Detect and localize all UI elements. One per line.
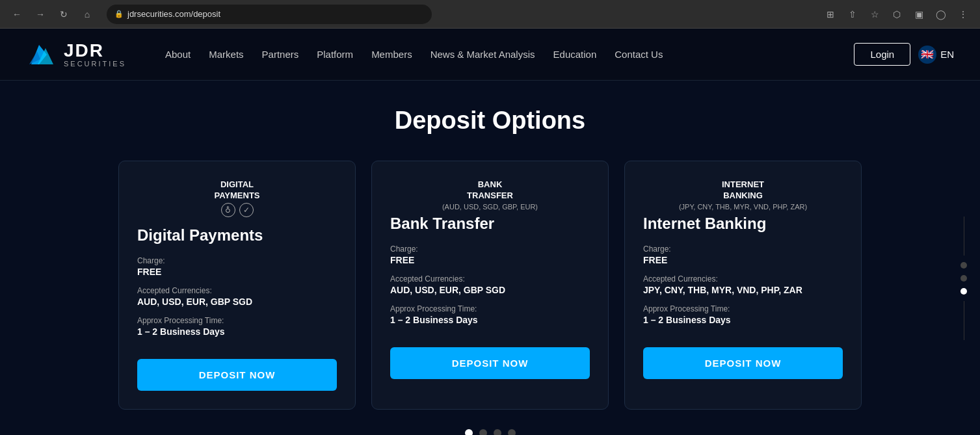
refresh-button[interactable]: ↻ (55, 5, 73, 23)
menu-icon[interactable]: ⋮ (954, 5, 972, 23)
card-digital-icons: ♁ ✓ (137, 203, 337, 217)
pagination-dot-3[interactable] (494, 429, 501, 435)
deposit-now-bank[interactable]: DEPOSIT NOW (390, 347, 590, 379)
translate-icon[interactable]: ⊞ (821, 5, 840, 23)
nav-markets[interactable]: Markets (209, 49, 243, 60)
nav-members[interactable]: Members (371, 49, 412, 60)
browser-chrome: ← → ↻ ⌂ 🔒 jdrsecurities.com/deposit ⊞ ⇧ … (0, 0, 980, 29)
bookmark-icon[interactable]: ☆ (866, 5, 884, 23)
card-internet-currencies-label: Accepted Currencies: (643, 274, 843, 283)
card-internet-currencies-value: JPY, CNY, THB, MYR, VND, PHP, ZAR (643, 285, 843, 295)
card-bank-processing-value: 1 – 2 Business Days (390, 315, 590, 325)
lang-label: EN (940, 49, 954, 60)
card-bank-currencies: Accepted Currencies: AUD, USD, EUR, GBP … (390, 274, 590, 295)
card-digital-charge: Charge: FREE (137, 256, 337, 277)
pagination-dot-4[interactable] (508, 429, 516, 435)
card-bank-charge: Charge: FREE (390, 244, 590, 265)
address-bar[interactable]: 🔒 jdrsecurities.com/deposit (107, 5, 432, 24)
main-content: Deposit Options DIGITALPAYMENTS ♁ ✓ Digi… (0, 81, 980, 435)
card-internet-processing-value: 1 – 2 Business Days (643, 315, 843, 325)
card-digital-currencies: Accepted Currencies: AUD, USD, EUR, GBP … (137, 286, 337, 307)
extension-icon[interactable]: ⬡ (888, 5, 906, 23)
share-icon[interactable]: ⇧ (843, 5, 862, 23)
logo-text: JDR SECURITIES (64, 42, 126, 68)
card-digital-processing-label: Approx Processing Time: (137, 316, 337, 325)
nav-about[interactable]: About (165, 49, 191, 60)
card-bank-header: BANKTRANSFER (390, 179, 590, 202)
logo-securities-text: SECURITIES (64, 60, 126, 68)
cards-container: DIGITALPAYMENTS ♁ ✓ Digital Payments Cha… (68, 161, 913, 410)
card-bank-title: Bank Transfer (390, 215, 590, 233)
back-button[interactable]: ← (8, 5, 26, 23)
card-internet-title: Internet Banking (643, 215, 843, 233)
side-dot-3[interactable] (960, 288, 967, 295)
card-digital-payments: DIGITALPAYMENTS ♁ ✓ Digital Payments Cha… (118, 161, 356, 410)
pagination-dot-2[interactable] (479, 429, 487, 435)
pagination-dots (13, 429, 967, 435)
nav-partners[interactable]: Partners (262, 49, 299, 60)
side-dot-1[interactable] (960, 262, 967, 269)
nav-education[interactable]: Education (553, 49, 597, 60)
card-digital-charge-label: Charge: (137, 256, 337, 265)
forward-button[interactable]: → (31, 5, 49, 23)
card-internet-sub: (JPY, CNY, THB, MYR, VND, PHP, ZAR) (643, 203, 843, 211)
logo-jdr-text: JDR (64, 42, 126, 60)
card-digital-charge-value: FREE (137, 267, 337, 277)
logo-icon (26, 38, 59, 71)
nav-contact[interactable]: Contact Us (615, 49, 663, 60)
url-text: jdrsecurities.com/deposit (127, 9, 220, 19)
card-internet-processing-label: Approx Processing Time: (643, 304, 843, 313)
card-internet-banking: INTERNETBANKING (JPY, CNY, THB, MYR, VND… (624, 161, 862, 410)
card-internet-charge-value: FREE (643, 255, 843, 265)
card-digital-processing-value: 1 – 2 Business Days (137, 326, 337, 337)
page-title: Deposit Options (13, 107, 967, 135)
card-bank-transfer: BANKTRANSFER (AUD, USD, SGD, GBP, EUR) B… (371, 161, 609, 410)
card-digital-header: DIGITALPAYMENTS (137, 179, 337, 202)
card-digital-currencies-value: AUD, USD, EUR, GBP SGD (137, 297, 337, 307)
card-internet-currencies: Accepted Currencies: JPY, CNY, THB, MYR,… (643, 274, 843, 295)
card-bank-processing-label: Approx Processing Time: (390, 304, 590, 313)
lock-icon: 🔒 (114, 10, 124, 18)
flag-icon: 🇬🇧 (918, 46, 936, 64)
card-bank-currencies-label: Accepted Currencies: (390, 274, 590, 283)
pagination-dot-1[interactable] (465, 429, 473, 435)
card-bank-charge-label: Charge: (390, 244, 590, 254)
profile-icon[interactable]: ◯ (932, 5, 950, 23)
card-internet-charge: Charge: FREE (643, 244, 843, 265)
card-bank-currencies-value: AUD, USD, EUR, GBP SGD (390, 285, 590, 295)
nav-links: About Markets Partners Platform Members … (165, 49, 854, 60)
payment-icon-2: ✓ (239, 203, 254, 217)
language-selector[interactable]: 🇬🇧 EN (918, 46, 954, 64)
login-button[interactable]: Login (854, 43, 910, 66)
home-button[interactable]: ⌂ (78, 5, 96, 23)
navbar: JDR SECURITIES About Markets Partners Pl… (0, 29, 980, 81)
payment-icon-1: ♁ (221, 203, 235, 217)
card-internet-header: INTERNETBANKING (643, 179, 843, 202)
card-digital-currencies-label: Accepted Currencies: (137, 286, 337, 295)
card-bank-charge-value: FREE (390, 255, 590, 265)
card-digital-title: Digital Payments (137, 226, 337, 244)
sidebar-icon[interactable]: ▣ (910, 5, 928, 23)
nav-platform[interactable]: Platform (317, 49, 353, 60)
nav-news[interactable]: News & Market Analysis (430, 49, 535, 60)
card-bank-processing: Approx Processing Time: 1 – 2 Business D… (390, 304, 590, 325)
card-internet-charge-label: Charge: (643, 244, 843, 254)
browser-actions: ⊞ ⇧ ☆ ⬡ ▣ ◯ ⋮ (821, 5, 972, 23)
side-line-bottom (964, 301, 964, 340)
logo[interactable]: JDR SECURITIES (26, 38, 126, 71)
deposit-now-digital[interactable]: DEPOSIT NOW (137, 359, 337, 391)
side-line-top (964, 217, 964, 256)
side-dot-2[interactable] (960, 275, 967, 282)
deposit-now-internet[interactable]: DEPOSIT NOW (643, 347, 843, 379)
card-internet-processing: Approx Processing Time: 1 – 2 Business D… (643, 304, 843, 325)
card-bank-sub: (AUD, USD, SGD, GBP, EUR) (390, 203, 590, 211)
nav-right: Login 🇬🇧 EN (854, 43, 954, 66)
card-digital-processing: Approx Processing Time: 1 – 2 Business D… (137, 316, 337, 337)
side-scroll-indicator (960, 217, 967, 340)
